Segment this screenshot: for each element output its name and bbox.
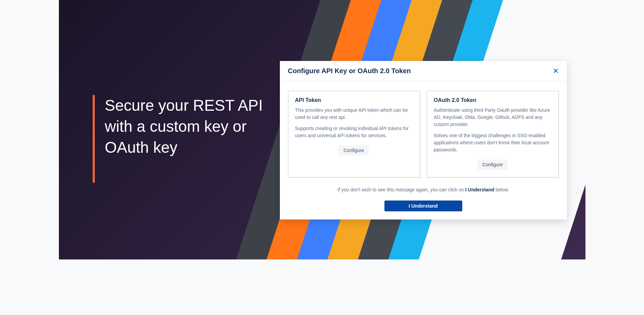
close-button[interactable]: ✕	[553, 67, 559, 75]
footer-message: If you don't wish to see this message ag…	[288, 187, 559, 192]
card-text: Supports creating or revoking individual…	[295, 125, 413, 139]
oauth-token-card: OAuth 2.0 Token Authenticate using third…	[427, 91, 559, 177]
hero-banner: Secure your REST API with a custom key o…	[59, 0, 585, 259]
footer-text-post: below.	[494, 187, 509, 192]
dialog-body: API Token This provides you with unique …	[280, 81, 567, 219]
footer-text-pre: If you don't wish to see this message ag…	[337, 187, 465, 192]
cards-row: API Token This provides you with unique …	[288, 91, 559, 177]
accent-bar	[93, 95, 95, 183]
configure-api-token-button[interactable]: Configure	[339, 145, 369, 155]
i-understand-button[interactable]: I Understand	[384, 201, 462, 211]
card-text: Solves one of the biggest challenges in …	[434, 132, 552, 153]
card-button-wrap: Configure	[295, 145, 413, 155]
card-title: API Token	[295, 97, 413, 103]
card-title: OAuth 2.0 Token	[434, 97, 552, 103]
dialog-title: Configure API Key or OAuth 2.0 Token	[288, 67, 411, 75]
hero-title: Secure your REST API with a custom key o…	[105, 95, 267, 183]
understand-wrap: I Understand	[288, 201, 559, 211]
footer-text-bold: I Understand	[465, 187, 494, 192]
card-text: Authenticate using third Party Oauth pro…	[434, 107, 552, 128]
close-icon: ✕	[553, 67, 559, 75]
api-token-card: API Token This provides you with unique …	[288, 91, 420, 177]
dialog-header: Configure API Key or OAuth 2.0 Token ✕	[280, 61, 567, 81]
configure-oauth-button[interactable]: Configure	[478, 160, 508, 170]
configure-dialog: Configure API Key or OAuth 2.0 Token ✕ A…	[280, 61, 567, 219]
card-text: This provides you with unique API token …	[295, 107, 413, 121]
card-button-wrap: Configure	[434, 160, 552, 170]
hero-content: Secure your REST API with a custom key o…	[93, 95, 267, 183]
